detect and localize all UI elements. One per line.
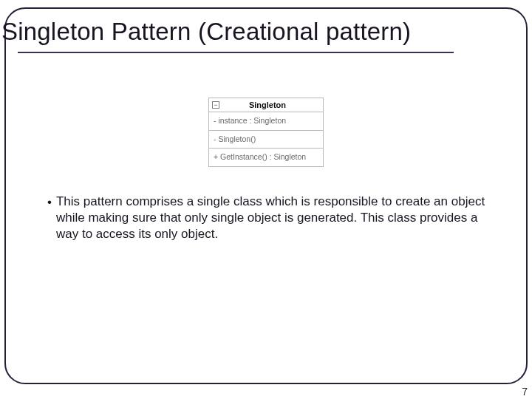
bullet-dot-icon: •	[47, 194, 52, 242]
bullet-item: • This pattern comprises a single class …	[47, 194, 491, 242]
slide: Singleton Pattern (Creational pattern) −…	[0, 0, 532, 399]
body-text: • This pattern comprises a single class …	[47, 194, 491, 242]
page-number: 7	[522, 386, 528, 398]
uml-constructor: - Singleton()	[209, 131, 323, 149]
uml-class-name: Singleton	[222, 100, 320, 109]
uml-class-diagram: − Singleton - instance : Singleton - Sin…	[208, 98, 324, 167]
uml-attributes: - instance : Singleton	[209, 112, 323, 131]
uml-header: − Singleton	[209, 98, 323, 112]
collapse-icon: −	[212, 101, 219, 109]
bullet-text: This pattern comprises a single class wh…	[56, 194, 491, 242]
uml-method: + GetInstance() : Singleton	[209, 149, 323, 166]
title-underline	[18, 52, 454, 53]
slide-title: Singleton Pattern (Creational pattern)	[1, 18, 411, 46]
